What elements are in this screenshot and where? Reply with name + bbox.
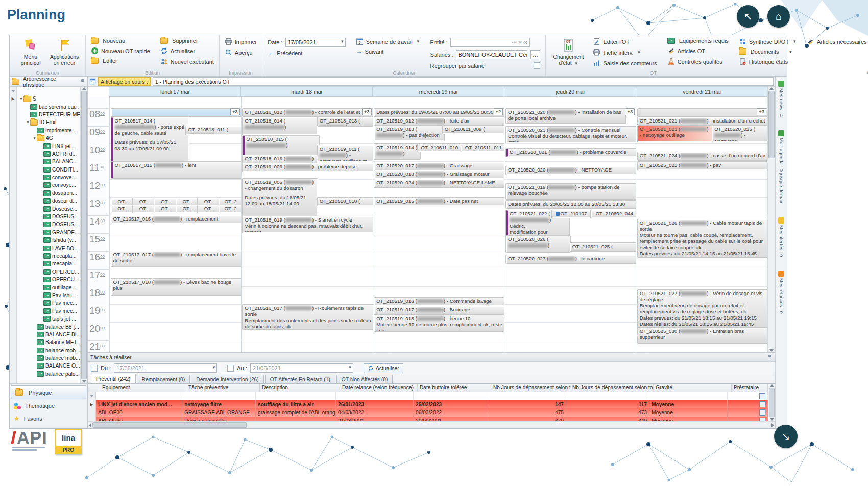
calendar-event-chip[interactable]: OT_ xyxy=(154,198,177,206)
calendar-event[interactable]: OT_210519_017 () - Bourrage xyxy=(374,306,507,314)
scroll-thumb[interactable] xyxy=(768,91,775,158)
saisie-compteurs-button[interactable]: Saisie des compteurs xyxy=(592,59,658,67)
day-header-cell[interactable]: jeudi 20 mai xyxy=(504,87,636,96)
tree-item[interactable]: balance mob... xyxy=(17,347,80,354)
tree-item[interactable]: Imprimente ... xyxy=(17,127,80,134)
calendar-event[interactable]: OT_210521_025 () xyxy=(570,243,639,251)
calendar-event[interactable]: OT_210518_011 () xyxy=(186,126,244,135)
tree-item[interactable]: Balance MET... xyxy=(17,338,80,346)
scroll-right-arrow[interactable] xyxy=(771,423,774,427)
calendar-event[interactable]: OT_210517_016 () - remplacement xyxy=(111,215,244,224)
column-header[interactable]: Préstataire xyxy=(732,384,768,392)
navigate-forward-button[interactable]: ↘ xyxy=(774,425,798,448)
filter-funnel-icon[interactable] xyxy=(90,395,94,397)
calendar-event[interactable]: OT_210517_018 () - Lèves bac ne bouge pl… xyxy=(111,279,244,295)
side-tab[interactable]: Mes news : 4 xyxy=(778,81,784,117)
salaries-input[interactable]: BONNEFOY-CLAUDET Cédric, ... xyxy=(456,50,527,59)
tree-item[interactable]: outillage ... xyxy=(17,283,80,291)
tree-item[interactable]: DOSEUS... xyxy=(17,221,80,228)
calendar-event[interactable]: OT_210520_023 () - Controle mensuelContr… xyxy=(506,127,639,143)
tasks-actualiser-button[interactable]: Actualiser xyxy=(364,363,403,373)
calendar-event-chip[interactable]: OT_ xyxy=(133,198,156,206)
calendar-event-chip[interactable]: OT_ xyxy=(176,198,199,206)
scroll-thumb[interactable] xyxy=(769,388,775,417)
articles-ot-button[interactable]: Articles OT xyxy=(666,46,730,55)
tree-item[interactable]: ▾ID Fruit xyxy=(17,118,80,126)
calendar-event[interactable]: OT_210518_012 () - controle de l'etat et… xyxy=(243,109,374,116)
sidebar-mode-thématique[interactable]: Thématique xyxy=(10,399,87,412)
side-tab[interactable]: Mon agenda : 0 jusque demain xyxy=(778,130,784,204)
column-header[interactable]: Tâche préventive xyxy=(186,384,260,392)
side-tab[interactable]: Mes alertes : 0 xyxy=(778,217,784,257)
salaries-browse-button[interactable]: … xyxy=(530,50,540,59)
tab-demande[interactable]: Demande Intervention (26) xyxy=(191,375,264,383)
scroll-up-arrow[interactable] xyxy=(82,87,86,90)
calendar-event[interactable]: OT_210520_027 () - le carbone xyxy=(506,255,639,263)
table-row[interactable]: ABL OP30GRAISSAGE ABL ORANGEgraissage co… xyxy=(88,408,768,417)
suivant-button[interactable]: →Suivant xyxy=(355,48,421,55)
overflow-count-badge[interactable]: +3 xyxy=(625,108,635,115)
home-button[interactable]: ⌂ xyxy=(767,5,790,28)
calendar-event[interactable]: Dates prévues: du 20/05/21 12:00 au 20/0… xyxy=(506,201,639,208)
calendar-event[interactable]: OT_210519_012 () - fuite d'air xyxy=(374,117,507,126)
tab-ot[interactable]: OT Non Affectés (0) xyxy=(336,375,393,383)
calendar-event[interactable]: OT_210519_006 () - probleme depose etiqu… xyxy=(243,163,375,172)
calendar-event[interactable]: OT_210518_014 () xyxy=(243,117,318,135)
tree-item[interactable]: GRANDE... xyxy=(17,229,80,236)
calendar-event[interactable]: OT_210517_015 () - lent xyxy=(111,162,246,178)
tree-item[interactable]: convoye... xyxy=(17,174,80,181)
tree-item[interactable]: Pav mec... xyxy=(17,299,80,307)
tree-item[interactable]: Ishida (v... xyxy=(17,236,80,244)
tree-item[interactable]: DETECTEUR ME... xyxy=(17,111,80,118)
tree-item[interactable]: balance B8 [... xyxy=(17,323,80,330)
calendar-event[interactable]: OT_210611_009 () xyxy=(443,126,507,134)
tree-item[interactable]: ACFRI d... xyxy=(17,150,80,158)
filter-cell[interactable] xyxy=(414,392,487,400)
documents-button[interactable]: Documents▼ xyxy=(738,48,798,55)
tree-item[interactable]: OPERCU... xyxy=(17,276,80,283)
tree-scrollbar[interactable] xyxy=(80,87,87,383)
filter-funnel-icon[interactable] xyxy=(11,90,15,92)
day-column[interactable]: +3OT_210521_021 () - installation d'un c… xyxy=(636,97,767,352)
tree-filter-row[interactable] xyxy=(17,87,80,95)
calendar-event[interactable]: Dates prévues: du 19/05/21 07:00 au 19/0… xyxy=(374,109,505,116)
sidebar-mode-physique[interactable]: Physique xyxy=(11,385,86,399)
column-header[interactable]: Date buttoire tolérée xyxy=(418,384,491,392)
tree-item[interactable]: tapis jet ... xyxy=(17,315,80,323)
table-scrollbar[interactable] xyxy=(768,384,775,421)
filter-cell[interactable] xyxy=(487,392,566,400)
calendar-event-chip[interactable]: OT_210611_010 xyxy=(418,144,462,152)
tab-préventif[interactable]: Préventif (242) xyxy=(91,374,136,383)
calendar-event[interactable]: OT_210519_014 () - xyxy=(374,144,420,159)
calendar-event-chip[interactable]: OT_210602_044 xyxy=(591,210,638,218)
calendar-event[interactable]: OT_210520_017 () - Graissage xyxy=(374,162,507,170)
au-checkbox[interactable] xyxy=(227,365,234,372)
day-header-cell[interactable]: lundi 17 mai xyxy=(109,87,240,96)
editer-ot-button[interactable]: Editer l'OT xyxy=(592,37,658,46)
sidebar-mode-favoris[interactable]: ★Favoris xyxy=(10,412,87,425)
tree-item[interactable]: OPERCU... xyxy=(17,268,80,276)
scroll-left-arrow[interactable] xyxy=(89,423,91,427)
au-date-combobox[interactable]: 21/05/2021 xyxy=(250,363,353,373)
calendar-event[interactable]: OT_210520_025 () - Nettoyage xyxy=(712,126,767,142)
calendar-event[interactable]: OT_210521_019 () - pompe station de rele… xyxy=(506,184,639,199)
day-column[interactable]: OT_210521_020 () - installation de bas d… xyxy=(504,97,636,352)
calendar-event[interactable] xyxy=(638,109,767,116)
calendar-event-chip[interactable]: OT_2 xyxy=(219,205,242,213)
calendar-event-chip[interactable]: OT_ xyxy=(198,198,221,206)
calendar-event[interactable]: OT_210517_017 () - remplacement bavette … xyxy=(111,251,244,266)
overflow-count-badge[interactable]: +3 xyxy=(230,108,240,115)
calendar-event[interactable]: OT_210518_015 () xyxy=(243,136,319,155)
day-column[interactable]: OT_210518_012 () - controle de l'etat et… xyxy=(241,97,373,352)
calendar-event[interactable]: OT_210520_018 () - Graissage moteur xyxy=(374,170,507,179)
calendar-event-chip[interactable]: OT_2 xyxy=(219,198,242,206)
scroll-up-arrow[interactable] xyxy=(769,87,774,90)
current-view-value[interactable]: 1 - Planning des exécutions OT xyxy=(153,77,774,86)
calendar-event[interactable]: OT_210520_021 () - probleme couvercle xyxy=(506,149,640,157)
tree-item[interactable]: BALANCE O... xyxy=(17,362,80,370)
scroll-thumb[interactable] xyxy=(81,91,87,379)
calendar-scrollbar[interactable] xyxy=(767,87,775,352)
calendar-event[interactable]: OT_210519_013 () - pas d'ejection xyxy=(374,126,444,141)
tree-item[interactable]: ▾S xyxy=(17,95,80,103)
entite-tools-icons[interactable]: ··· × ⊙ xyxy=(511,39,528,46)
